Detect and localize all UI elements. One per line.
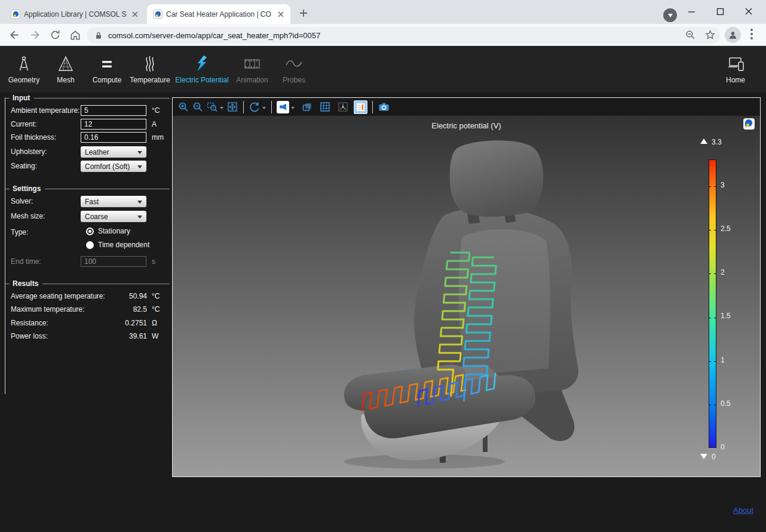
lock-icon (94, 31, 103, 40)
toolbar-item-compute[interactable]: Compute (87, 54, 127, 84)
radio-selected-icon[interactable] (86, 227, 94, 235)
mesh-size-label: Mesh size: (11, 212, 45, 220)
ambient-temperature-unit: °C (152, 106, 160, 115)
grid-button[interactable] (318, 100, 332, 114)
rotate-caret-icon[interactable] (262, 107, 266, 111)
home-icon[interactable] (68, 27, 82, 42)
comsol-favicon (11, 10, 20, 19)
browser-tab-car-seat-heater[interactable]: Car Seat Heater Application | CO (147, 4, 290, 24)
reload-icon[interactable] (48, 27, 63, 42)
chevron-down-icon (137, 216, 142, 221)
zoom-extents-button[interactable] (225, 100, 240, 114)
browser-tab-application-library[interactable]: Application Library | COMSOL Se (5, 4, 145, 24)
zoom-box-caret-icon[interactable] (220, 107, 223, 111)
toolbar-item-home[interactable]: Home (716, 54, 755, 84)
settings-section-header: Settings (5, 184, 170, 193)
window-maximize-button[interactable] (706, 0, 734, 23)
toolbar-item-temperature[interactable]: Temperature (123, 54, 177, 84)
bookmark-star-icon[interactable] (703, 27, 718, 42)
app-toolbar: Geometry Mesh Compute Temperature Electr… (0, 47, 766, 93)
radio-time-dependent[interactable]: Time dependent (86, 241, 149, 249)
url-text[interactable]: comsol.com/server-demo/app/car_seat_heat… (108, 31, 320, 40)
current-label: Current: (11, 120, 36, 128)
foil-thickness-label: Foil thickness: (11, 133, 56, 142)
toolbar-item-mesh[interactable]: Mesh (48, 54, 84, 84)
seating-label: Seating: (11, 162, 37, 170)
avg-seating-temp-unit: °C (152, 292, 160, 300)
parameters-sidebar: Input Ambient temperature: °C Current: A… (5, 97, 170, 402)
geometry-compass-icon (16, 54, 32, 73)
rotate-view-button[interactable] (247, 100, 262, 114)
sine-wave-icon (284, 54, 304, 73)
new-tab-button[interactable] (298, 7, 310, 19)
legend-tick: 3 (721, 181, 725, 189)
resistance-value: 0.2751 (71, 319, 147, 327)
seating-dropdown[interactable]: Comfort (Soft) (81, 161, 146, 172)
profile-avatar[interactable] (725, 27, 741, 43)
tab-title: Car Seat Heater Application | CO (166, 10, 272, 19)
chevron-down-icon (137, 201, 142, 206)
max-temp-value: 82.5 (71, 305, 147, 313)
input-section-header: Input (5, 94, 170, 102)
toolbar-separator (243, 101, 244, 113)
comsol-logo (743, 118, 755, 130)
solver-label: Solver: (11, 197, 33, 205)
max-temp-unit: °C (152, 305, 160, 313)
solver-dropdown[interactable]: Fast (81, 196, 146, 207)
triangle-down-icon (700, 454, 707, 463)
zoom-box-button[interactable] (205, 100, 219, 114)
avg-seating-temp-value: 50.94 (71, 292, 147, 300)
zoom-in-button[interactable] (176, 100, 191, 114)
snapshot-camera-button[interactable] (376, 100, 391, 114)
browser-menu-icon[interactable] (750, 29, 753, 42)
forward-icon[interactable] (27, 27, 42, 42)
zoom-out-button[interactable] (191, 100, 205, 114)
legend-toggle-button[interactable] (354, 100, 367, 114)
toolbar-item-electric-potential[interactable]: Electric Potential (171, 54, 233, 84)
toolbar-item-probes[interactable]: Probes (276, 54, 312, 84)
devices-home-icon (726, 54, 745, 73)
car-seat-model[interactable] (323, 134, 633, 469)
foil-thickness-input[interactable] (81, 132, 146, 143)
browser-update-icon[interactable] (663, 8, 677, 22)
end-time-label: End time: (11, 257, 41, 266)
legend-color-bar (709, 159, 716, 448)
window-minimize-button[interactable] (678, 0, 705, 23)
heat-waves-icon (142, 54, 158, 73)
power-loss-value: 39.61 (71, 332, 147, 340)
current-input[interactable] (81, 119, 146, 130)
zoom-page-icon[interactable] (683, 27, 698, 42)
triangle-up-icon (700, 135, 707, 144)
tab-close-icon[interactable] (130, 10, 140, 19)
end-time-input (81, 256, 146, 267)
toolbar-item-animation[interactable]: Animation (231, 54, 274, 84)
back-icon[interactable] (7, 27, 22, 42)
scene-view-caret-icon[interactable] (291, 107, 295, 111)
foil-thickness-unit: mm (152, 133, 164, 142)
radio-stationary[interactable]: Stationary (86, 227, 130, 235)
upholstery-dropdown[interactable]: Leather (81, 146, 146, 158)
comsol-favicon (153, 10, 163, 19)
about-link[interactable]: About (733, 506, 753, 515)
type-label: Type: (11, 228, 28, 236)
radio-unselected-icon[interactable] (86, 241, 94, 249)
toolbar-item-geometry[interactable]: Geometry (5, 54, 43, 84)
window-close-button[interactable] (735, 0, 762, 23)
results-section-header: Results (5, 279, 170, 288)
power-loss-label: Power loss: (11, 332, 48, 340)
tab-close-icon[interactable] (276, 10, 286, 19)
browser-tab-strip: Application Library | COMSOL Se Car Seat… (0, 0, 766, 24)
resistance-label: Resistance: (11, 319, 48, 327)
scene-view-button[interactable] (277, 101, 289, 113)
plot-area[interactable]: Electric potential (V) (173, 116, 760, 476)
axes-orientation-button[interactable] (336, 100, 350, 114)
url-bar[interactable]: comsol.com/server-demo/app/car_seat_heat… (87, 27, 720, 44)
sidebar-border (5, 97, 5, 394)
legend-tick: 1 (721, 356, 725, 364)
legend-tick: 0 (721, 443, 725, 451)
lightning-bolt-icon (194, 54, 210, 73)
mesh-size-dropdown[interactable]: Coarse (81, 211, 146, 222)
legend-tick: 2.5 (721, 225, 731, 233)
transparency-button[interactable] (300, 100, 314, 114)
ambient-temperature-input[interactable] (81, 105, 146, 116)
